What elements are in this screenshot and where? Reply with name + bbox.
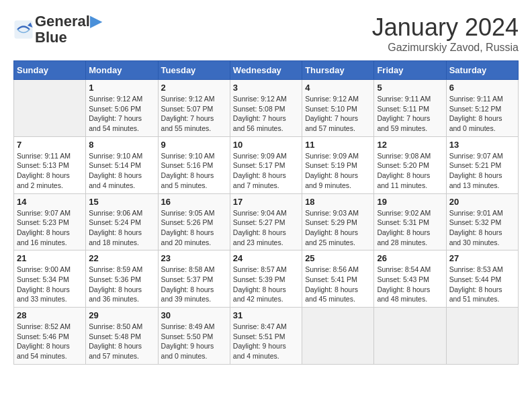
day-number: 15 bbox=[89, 197, 154, 207]
calendar-title: January 2024 bbox=[372, 13, 519, 42]
day-number: 21 bbox=[17, 253, 83, 263]
week-row-2: 14Sunrise: 9:07 AM Sunset: 5:23 PM Dayli… bbox=[14, 193, 519, 250]
calendar-cell bbox=[14, 80, 86, 137]
calendar-cell: 22Sunrise: 8:59 AM Sunset: 5:36 PM Dayli… bbox=[86, 250, 158, 308]
day-number: 17 bbox=[233, 197, 299, 207]
week-row-3: 21Sunrise: 9:00 AM Sunset: 5:34 PM Dayli… bbox=[14, 250, 519, 308]
day-info: Sunrise: 9:10 AM Sunset: 5:14 PM Dayligh… bbox=[89, 152, 142, 189]
calendar-cell: 18Sunrise: 9:03 AM Sunset: 5:29 PM Dayli… bbox=[302, 193, 374, 250]
calendar-cell: 15Sunrise: 9:06 AM Sunset: 5:24 PM Dayli… bbox=[86, 193, 158, 250]
day-number: 19 bbox=[377, 197, 443, 207]
day-number: 3 bbox=[233, 83, 299, 93]
day-info: Sunrise: 9:12 AM Sunset: 5:08 PM Dayligh… bbox=[233, 95, 287, 132]
calendar-cell: 13Sunrise: 9:07 AM Sunset: 5:21 PM Dayli… bbox=[446, 136, 518, 193]
page-header: General▶ Blue January 2024 Gazimurskiy Z… bbox=[13, 13, 519, 54]
calendar-cell: 1Sunrise: 9:12 AM Sunset: 5:06 PM Daylig… bbox=[86, 80, 158, 137]
day-info: Sunrise: 9:07 AM Sunset: 5:21 PM Dayligh… bbox=[449, 152, 503, 189]
day-info: Sunrise: 9:07 AM Sunset: 5:23 PM Dayligh… bbox=[17, 209, 71, 246]
calendar-cell: 9Sunrise: 9:10 AM Sunset: 5:16 PM Daylig… bbox=[158, 136, 230, 193]
day-info: Sunrise: 9:12 AM Sunset: 5:10 PM Dayligh… bbox=[305, 95, 359, 132]
calendar-cell: 27Sunrise: 8:53 AM Sunset: 5:44 PM Dayli… bbox=[446, 250, 518, 308]
day-info: Sunrise: 9:06 AM Sunset: 5:24 PM Dayligh… bbox=[89, 209, 142, 246]
calendar-cell: 2Sunrise: 9:12 AM Sunset: 5:07 PM Daylig… bbox=[158, 80, 230, 137]
day-info: Sunrise: 9:01 AM Sunset: 5:32 PM Dayligh… bbox=[449, 209, 503, 246]
day-number: 10 bbox=[233, 140, 299, 150]
calendar-cell: 19Sunrise: 9:02 AM Sunset: 5:31 PM Dayli… bbox=[374, 193, 446, 250]
calendar-cell: 21Sunrise: 9:00 AM Sunset: 5:34 PM Dayli… bbox=[14, 250, 86, 308]
calendar-cell: 26Sunrise: 8:54 AM Sunset: 5:43 PM Dayli… bbox=[374, 250, 446, 308]
calendar-cell: 8Sunrise: 9:10 AM Sunset: 5:14 PM Daylig… bbox=[86, 136, 158, 193]
day-number: 22 bbox=[89, 253, 154, 263]
day-number: 1 bbox=[89, 83, 154, 93]
day-info: Sunrise: 9:04 AM Sunset: 5:27 PM Dayligh… bbox=[233, 209, 287, 246]
header-monday: Monday bbox=[86, 61, 158, 80]
day-info: Sunrise: 8:54 AM Sunset: 5:43 PM Dayligh… bbox=[377, 265, 431, 303]
day-number: 4 bbox=[305, 83, 371, 93]
day-info: Sunrise: 9:11 AM Sunset: 5:11 PM Dayligh… bbox=[377, 95, 431, 132]
week-row-1: 7Sunrise: 9:11 AM Sunset: 5:13 PM Daylig… bbox=[14, 136, 519, 193]
calendar-cell: 4Sunrise: 9:12 AM Sunset: 5:10 PM Daylig… bbox=[302, 80, 374, 137]
calendar-cell: 11Sunrise: 9:09 AM Sunset: 5:19 PM Dayli… bbox=[302, 136, 374, 193]
calendar-cell: 6Sunrise: 9:11 AM Sunset: 5:12 PM Daylig… bbox=[446, 80, 518, 137]
day-info: Sunrise: 8:57 AM Sunset: 5:39 PM Dayligh… bbox=[233, 265, 287, 303]
day-number: 8 bbox=[89, 140, 154, 150]
day-info: Sunrise: 9:08 AM Sunset: 5:20 PM Dayligh… bbox=[377, 152, 431, 189]
calendar-cell: 23Sunrise: 8:58 AM Sunset: 5:37 PM Dayli… bbox=[158, 250, 230, 308]
header-friday: Friday bbox=[374, 61, 446, 80]
day-info: Sunrise: 9:09 AM Sunset: 5:17 PM Dayligh… bbox=[233, 152, 287, 189]
calendar-subtitle: Gazimurskiy Zavod, Russia bbox=[372, 42, 519, 54]
day-number: 27 bbox=[449, 253, 515, 263]
day-info: Sunrise: 8:53 AM Sunset: 5:44 PM Dayligh… bbox=[449, 265, 503, 303]
calendar-cell: 20Sunrise: 9:01 AM Sunset: 5:32 PM Dayli… bbox=[446, 193, 518, 250]
day-number: 5 bbox=[377, 83, 443, 93]
calendar-cell bbox=[374, 308, 446, 365]
calendar-body: 1Sunrise: 9:12 AM Sunset: 5:06 PM Daylig… bbox=[14, 80, 519, 365]
day-info: Sunrise: 8:50 AM Sunset: 5:48 PM Dayligh… bbox=[89, 322, 142, 360]
day-number: 2 bbox=[161, 83, 227, 93]
day-number: 28 bbox=[17, 310, 83, 320]
header-saturday: Saturday bbox=[446, 61, 518, 80]
calendar-cell: 31Sunrise: 8:47 AM Sunset: 5:51 PM Dayli… bbox=[230, 308, 302, 365]
day-number: 18 bbox=[305, 197, 371, 207]
day-info: Sunrise: 9:11 AM Sunset: 5:13 PM Dayligh… bbox=[17, 152, 71, 189]
logo-text: General▶ Blue bbox=[35, 13, 101, 46]
header-wednesday: Wednesday bbox=[230, 61, 302, 80]
calendar-cell: 28Sunrise: 8:52 AM Sunset: 5:46 PM Dayli… bbox=[14, 308, 86, 365]
day-info: Sunrise: 8:59 AM Sunset: 5:36 PM Dayligh… bbox=[89, 265, 142, 303]
calendar-table: SundayMondayTuesdayWednesdayThursdayFrid… bbox=[13, 60, 519, 365]
day-number: 30 bbox=[161, 310, 227, 320]
week-row-4: 28Sunrise: 8:52 AM Sunset: 5:46 PM Dayli… bbox=[14, 308, 519, 365]
day-info: Sunrise: 8:47 AM Sunset: 5:51 PM Dayligh… bbox=[233, 322, 287, 360]
day-number: 14 bbox=[17, 197, 83, 207]
day-info: Sunrise: 9:12 AM Sunset: 5:06 PM Dayligh… bbox=[89, 95, 142, 132]
day-info: Sunrise: 9:10 AM Sunset: 5:16 PM Dayligh… bbox=[161, 152, 215, 189]
logo: General▶ Blue bbox=[13, 13, 101, 46]
calendar-cell: 29Sunrise: 8:50 AM Sunset: 5:48 PM Dayli… bbox=[86, 308, 158, 365]
calendar-cell: 17Sunrise: 9:04 AM Sunset: 5:27 PM Dayli… bbox=[230, 193, 302, 250]
calendar-cell bbox=[302, 308, 374, 365]
day-number: 25 bbox=[305, 253, 371, 263]
day-number: 11 bbox=[305, 140, 371, 150]
calendar-cell: 24Sunrise: 8:57 AM Sunset: 5:39 PM Dayli… bbox=[230, 250, 302, 308]
calendar-cell: 10Sunrise: 9:09 AM Sunset: 5:17 PM Dayli… bbox=[230, 136, 302, 193]
day-number: 29 bbox=[89, 310, 154, 320]
day-info: Sunrise: 9:09 AM Sunset: 5:19 PM Dayligh… bbox=[305, 152, 359, 189]
day-number: 26 bbox=[377, 253, 443, 263]
day-number: 23 bbox=[161, 253, 227, 263]
calendar-cell: 12Sunrise: 9:08 AM Sunset: 5:20 PM Dayli… bbox=[374, 136, 446, 193]
day-info: Sunrise: 9:12 AM Sunset: 5:07 PM Dayligh… bbox=[161, 95, 215, 132]
day-number: 12 bbox=[377, 140, 443, 150]
day-number: 6 bbox=[449, 83, 515, 93]
day-number: 24 bbox=[233, 253, 299, 263]
day-info: Sunrise: 8:49 AM Sunset: 5:50 PM Dayligh… bbox=[161, 322, 215, 360]
day-info: Sunrise: 9:02 AM Sunset: 5:31 PM Dayligh… bbox=[377, 209, 431, 246]
day-number: 31 bbox=[233, 310, 299, 320]
day-info: Sunrise: 9:11 AM Sunset: 5:12 PM Dayligh… bbox=[449, 95, 503, 132]
day-number: 20 bbox=[449, 197, 515, 207]
day-info: Sunrise: 8:58 AM Sunset: 5:37 PM Dayligh… bbox=[161, 265, 215, 303]
calendar-cell: 30Sunrise: 8:49 AM Sunset: 5:50 PM Dayli… bbox=[158, 308, 230, 365]
calendar-cell: 25Sunrise: 8:56 AM Sunset: 5:41 PM Dayli… bbox=[302, 250, 374, 308]
day-info: Sunrise: 9:00 AM Sunset: 5:34 PM Dayligh… bbox=[17, 265, 71, 303]
day-number: 13 bbox=[449, 140, 515, 150]
day-number: 16 bbox=[161, 197, 227, 207]
